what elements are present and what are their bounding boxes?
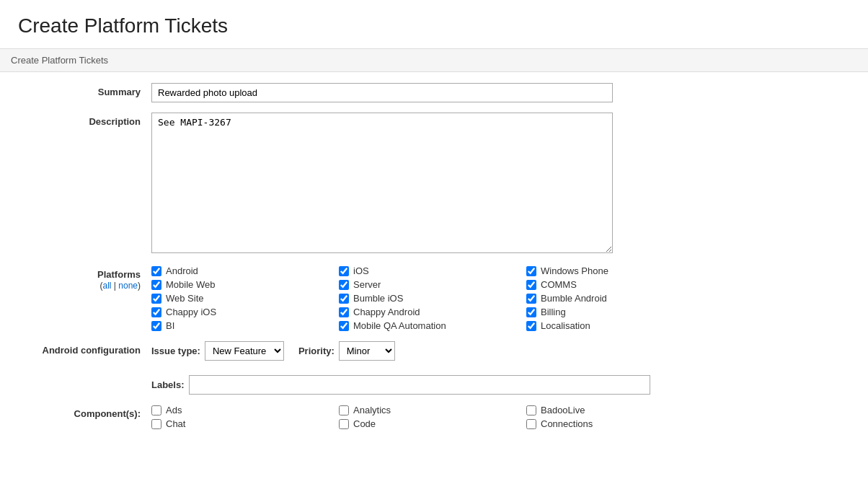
summary-field (151, 83, 861, 102)
platform-checkbox-bi[interactable] (151, 321, 161, 331)
platform-checkbox-localisation[interactable] (526, 321, 536, 331)
platform-label-android: Android (166, 265, 198, 276)
platform-label-billing: Billing (541, 307, 566, 317)
component-checkbox-code[interactable] (339, 419, 349, 429)
platform-checkbox-chappy_android[interactable] (339, 307, 349, 317)
platform-checkbox-bumble_ios[interactable] (339, 294, 349, 304)
form-container: Summary Description Platforms (all | non… (0, 72, 868, 450)
platform-item-chappy_android: Chappy Android (339, 307, 519, 317)
android-config-field: Issue type: BugNew FeatureTaskImprovemen… (151, 341, 861, 395)
platforms-label-text: Platforms (97, 269, 141, 280)
platform-checkbox-android[interactable] (151, 266, 161, 276)
breadcrumb: Create Platform Tickets (0, 49, 868, 72)
platform-label-comms: COMMS (541, 279, 577, 290)
component-checkbox-chat[interactable] (151, 419, 161, 429)
labels-group: Labels: (151, 375, 650, 395)
platform-item-web_site: Web Site (151, 293, 332, 304)
component-label-code: Code (353, 418, 376, 429)
platform-checkbox-comms[interactable] (526, 280, 536, 290)
platform-item-bumble_android: Bumble Android (526, 293, 707, 304)
platform-checkbox-chappy_ios[interactable] (151, 307, 161, 317)
platform-checkbox-billing[interactable] (526, 307, 536, 317)
priority-label: Priority: (298, 346, 335, 356)
platform-item-comms: COMMS (526, 279, 707, 290)
platform-label-bumble_android: Bumble Android (541, 293, 607, 304)
platform-item-server: Server (339, 279, 519, 290)
platform-checkbox-ios[interactable] (339, 266, 349, 276)
platform-item-android: Android (151, 265, 332, 276)
component-checkbox-badoolive[interactable] (526, 405, 536, 415)
description-row: Description (7, 113, 861, 255)
platform-checkbox-bumble_android[interactable] (526, 294, 536, 304)
platform-item-mobile_qa: Mobile QA Automation (339, 320, 519, 331)
components-grid: AdsAnalyticsBadooLiveChatCodeConnections (151, 405, 861, 429)
description-field (151, 113, 861, 255)
android-config-inner: Issue type: BugNew FeatureTaskImprovemen… (151, 341, 861, 395)
labels-label: Labels: (151, 379, 185, 390)
platforms-none-link[interactable]: none (118, 281, 138, 291)
platform-label-web_site: Web Site (166, 293, 204, 304)
platform-item-chappy_ios: Chappy iOS (151, 307, 332, 317)
labels-input[interactable] (189, 375, 650, 395)
summary-label: Summary (7, 83, 151, 97)
platform-item-localisation: Localisation (526, 320, 707, 331)
platforms-sub: (all | none) (99, 281, 141, 291)
platform-label-bumble_ios: Bumble iOS (353, 293, 403, 304)
component-item-chat: Chat (151, 418, 332, 429)
component-label-analytics: Analytics (353, 405, 391, 415)
summary-row: Summary (7, 83, 861, 102)
component-item-code: Code (339, 418, 519, 429)
priority-select[interactable]: BlockerCriticalMajorMinorTrivial (339, 341, 395, 361)
platforms-label: Platforms (all | none) (7, 265, 151, 291)
platform-label-mobile_qa: Mobile QA Automation (353, 320, 446, 331)
issue-type-label: Issue type: (151, 346, 200, 356)
components-label: Component(s): (7, 405, 151, 419)
component-label-ads: Ads (166, 405, 182, 415)
component-item-ads: Ads (151, 405, 332, 415)
platform-checkbox-mobile_qa[interactable] (339, 321, 349, 331)
platform-item-bi: BI (151, 320, 332, 331)
platform-checkbox-web_site[interactable] (151, 294, 161, 304)
component-item-connections: Connections (526, 418, 707, 429)
issue-type-select[interactable]: BugNew FeatureTaskImprovement (205, 341, 284, 361)
component-item-badoolive: BadooLive (526, 405, 707, 415)
platform-label-chappy_android: Chappy Android (353, 307, 420, 317)
components-field: AdsAnalyticsBadooLiveChatCodeConnections (151, 405, 861, 429)
component-label-connections: Connections (541, 418, 593, 429)
platform-label-mobile_web: Mobile Web (166, 279, 215, 290)
page-title: Create Platform Tickets (0, 0, 868, 48)
platform-item-bumble_ios: Bumble iOS (339, 293, 519, 304)
platforms-grid: AndroidiOSWindows PhoneMobile WebServerC… (151, 265, 861, 331)
platforms-all-link[interactable]: all (102, 281, 111, 291)
description-textarea[interactable] (151, 113, 613, 253)
platform-item-windows_phone: Windows Phone (526, 265, 707, 276)
platform-label-bi: BI (166, 320, 174, 331)
platform-item-billing: Billing (526, 307, 707, 317)
description-label: Description (7, 113, 151, 127)
platform-checkbox-server[interactable] (339, 280, 349, 290)
platforms-field: AndroidiOSWindows PhoneMobile WebServerC… (151, 265, 861, 331)
platform-label-windows_phone: Windows Phone (541, 265, 608, 276)
platform-checkbox-mobile_web[interactable] (151, 280, 161, 290)
component-checkbox-ads[interactable] (151, 405, 161, 415)
platforms-row: Platforms (all | none) AndroidiOSWindows… (7, 265, 861, 331)
priority-group: Priority: BlockerCriticalMajorMinorTrivi… (298, 341, 395, 361)
components-row: Component(s): AdsAnalyticsBadooLiveChatC… (7, 405, 861, 429)
android-config-row: Android configuration Issue type: BugNew… (7, 341, 861, 395)
platform-label-server: Server (353, 279, 381, 290)
platform-label-chappy_ios: Chappy iOS (166, 307, 216, 317)
issue-type-group: Issue type: BugNew FeatureTaskImprovemen… (151, 341, 284, 361)
android-config-label: Android configuration (7, 341, 151, 356)
platform-checkbox-windows_phone[interactable] (526, 266, 536, 276)
component-item-analytics: Analytics (339, 405, 519, 415)
platform-item-mobile_web: Mobile Web (151, 279, 332, 290)
summary-input[interactable] (151, 83, 613, 102)
component-label-badoolive: BadooLive (541, 405, 585, 415)
platform-label-localisation: Localisation (541, 320, 590, 331)
platform-label-ios: iOS (353, 265, 369, 276)
component-checkbox-connections[interactable] (526, 419, 536, 429)
component-label-chat: Chat (166, 418, 185, 429)
component-checkbox-analytics[interactable] (339, 405, 349, 415)
platform-item-ios: iOS (339, 265, 519, 276)
